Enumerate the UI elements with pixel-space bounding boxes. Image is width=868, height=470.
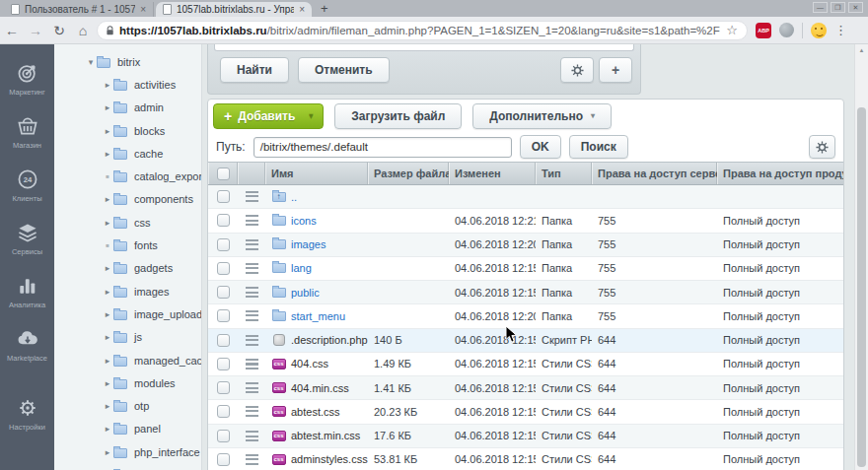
maximize-button[interactable]: ❐	[831, 2, 845, 13]
table-row-..[interactable]: ..	[208, 185, 843, 209]
tree-item-bitrix[interactable]: ▾ bitrix	[54, 50, 201, 73]
sidebar-item-settings[interactable]: Настройки	[0, 387, 54, 440]
row-checkbox[interactable]	[217, 358, 230, 370]
file-name-link[interactable]: adminstyles.css	[291, 453, 368, 465]
tree-item-modules[interactable]: ▸ modules	[54, 371, 201, 394]
row-menu-icon[interactable]	[246, 454, 258, 465]
header-modified[interactable]: Изменен	[449, 163, 536, 184]
browser-tab-2[interactable]: 1057lab.bitrixlabs.ru - Управле ×	[156, 2, 312, 17]
file-name-link[interactable]: 404.css	[291, 358, 328, 369]
tree-toggle-icon[interactable]: ▸	[102, 356, 113, 366]
tree-toggle-icon[interactable]: ▸	[102, 149, 113, 159]
tab-close-icon[interactable]: ×	[299, 4, 305, 15]
row-menu-icon[interactable]	[246, 382, 258, 393]
find-button[interactable]: Найти	[220, 57, 289, 83]
search-button[interactable]: Поиск	[569, 135, 628, 159]
tree-toggle-icon[interactable]: ▸	[102, 287, 113, 297]
reload-icon[interactable]: ↻	[47, 23, 71, 38]
tree-toggle-icon[interactable]: ▸	[102, 424, 113, 434]
file-name-link[interactable]: abtest.css	[291, 406, 340, 418]
table-row-404.min.css[interactable]: css404.min.css 1.41 КБ 04.06.2018 12:15:…	[208, 376, 843, 400]
row-menu-icon[interactable]	[246, 335, 258, 346]
tree-toggle-icon[interactable]: ▸	[102, 309, 113, 319]
row-checkbox[interactable]	[217, 190, 230, 203]
filter-settings-button[interactable]	[560, 57, 594, 83]
tree-toggle-icon[interactable]: ■	[102, 242, 113, 248]
row-checkbox[interactable]	[217, 334, 230, 347]
tree-item-components[interactable]: ▸ components	[54, 188, 201, 211]
file-name-link[interactable]: lang	[291, 262, 312, 274]
tree-toggle-icon[interactable]: ▸	[102, 102, 113, 112]
table-row-public[interactable]: public 04.06.2018 12:15:53 Папка 755 Пол…	[208, 281, 843, 304]
tree-toggle-icon[interactable]: ▸	[102, 218, 113, 228]
sidebar-item-clients[interactable]: 24 Клиенты	[0, 159, 54, 212]
address-bar[interactable]: https://1057lab.bitrixlabs.ru/bitrix/adm…	[97, 21, 748, 40]
tree-toggle-icon[interactable]: ▸	[102, 378, 113, 388]
tree-item-js[interactable]: ▸ js	[54, 326, 201, 349]
close-button[interactable]: ✕	[848, 2, 863, 13]
table-row-.description.php[interactable]: .description.php 140 Б 04.06.2018 12:15:…	[208, 329, 843, 353]
file-name-link[interactable]: public	[291, 287, 320, 299]
tree-item-blocks[interactable]: ▸ blocks	[54, 119, 201, 142]
table-row-abtest.min.css[interactable]: cssabtest.min.css 17.6 КБ 04.06.2018 12:…	[208, 425, 843, 448]
row-checkbox[interactable]	[217, 381, 230, 394]
sidebar-item-services[interactable]: Сервисы	[0, 212, 54, 265]
row-menu-icon[interactable]	[246, 263, 258, 274]
tree-item-gadgets[interactable]: ▸ gadgets	[54, 257, 201, 280]
tree-item-images[interactable]: ▸ images	[54, 280, 201, 302]
file-name-link[interactable]: images	[291, 238, 326, 250]
ok-button[interactable]: OK	[520, 135, 561, 159]
sidebar-item-analytics[interactable]: Аналитика	[0, 265, 54, 318]
header-size[interactable]: Размер файла	[368, 163, 449, 184]
tree-item-activities[interactable]: ▸ activities	[54, 73, 201, 96]
table-row-abtest.css[interactable]: cssabtest.css 20.23 КБ 04.06.2018 12:15:…	[208, 400, 843, 424]
tree-item-otp[interactable]: ▸ otp	[54, 394, 201, 417]
row-menu-icon[interactable]	[246, 359, 258, 369]
browser-menu-icon[interactable]: ⋮	[834, 23, 847, 37]
tree-item-fonts[interactable]: ■ fonts	[54, 234, 201, 256]
minimize-button[interactable]: —	[813, 2, 828, 13]
header-type[interactable]: Тип	[536, 163, 592, 184]
tree-toggle-icon[interactable]: ▾	[85, 57, 97, 67]
filter-add-button[interactable]: +	[599, 57, 632, 83]
scrollbar-up-arrow[interactable]: ▲	[855, 44, 868, 53]
table-settings-button[interactable]	[809, 135, 835, 159]
sidebar-item-marketplace[interactable]: Marketplace	[0, 318, 54, 371]
filter-search-input[interactable]	[214, 44, 634, 51]
row-checkbox[interactable]	[217, 286, 230, 299]
tree-item-cache[interactable]: ▸ cache	[54, 142, 201, 165]
table-row-lang[interactable]: lang 04.06.2018 12:15:53 Папка 755 Полны…	[208, 257, 843, 281]
tree-toggle-icon[interactable]: ▸	[102, 126, 113, 136]
row-checkbox[interactable]	[217, 430, 230, 442]
tree-item-php_interface[interactable]: ▸ php_interface	[54, 440, 201, 463]
file-name-link[interactable]: 404.min.css	[291, 382, 349, 394]
row-checkbox[interactable]	[217, 453, 230, 466]
row-menu-icon[interactable]	[246, 406, 258, 417]
tab-close-icon[interactable]: ×	[140, 4, 146, 15]
file-name-link[interactable]: start_menu	[291, 310, 345, 322]
row-checkbox[interactable]	[217, 405, 230, 418]
page-scrollbar[interactable]: ▲	[854, 44, 868, 470]
table-row-start_menu[interactable]: start_menu 04.06.2018 12:20:23 Папка 755…	[208, 304, 843, 328]
upload-file-button[interactable]: Загрузить файл	[334, 103, 462, 129]
table-row-icons[interactable]: icons 04.06.2018 12:21:15 Папка 755 Полн…	[208, 209, 843, 233]
tree-toggle-icon[interactable]: ▸	[102, 263, 113, 273]
add-button[interactable]: + Добавить ▾	[213, 103, 324, 129]
home-icon[interactable]: ⌂	[71, 23, 95, 38]
tree-toggle-icon[interactable]: ▸	[102, 447, 113, 457]
more-button[interactable]: Дополнительно ▾	[472, 103, 612, 129]
tree-item-catalog_export[interactable]: ■ catalog_export	[54, 165, 201, 187]
header-server-access[interactable]: Права на доступ сервера	[592, 163, 717, 184]
row-checkbox[interactable]	[217, 238, 230, 251]
header-product-access[interactable]: Права на доступ продукта	[717, 163, 843, 184]
tree-item-css[interactable]: ▸ css	[54, 211, 201, 234]
sidebar-item-marketing[interactable]: Маркетинг	[0, 52, 54, 105]
table-row-images[interactable]: images 04.06.2018 12:20:09 Папка 755 Пол…	[208, 234, 843, 257]
tree-toggle-icon[interactable]: ▸	[102, 80, 113, 90]
file-name-link[interactable]: icons	[291, 215, 317, 227]
tree-toggle-icon[interactable]: ▸	[102, 332, 113, 342]
header-name[interactable]: Имя	[265, 163, 368, 184]
row-menu-icon[interactable]	[246, 287, 258, 298]
row-menu-icon[interactable]	[246, 239, 258, 250]
row-menu-icon[interactable]	[246, 310, 258, 321]
